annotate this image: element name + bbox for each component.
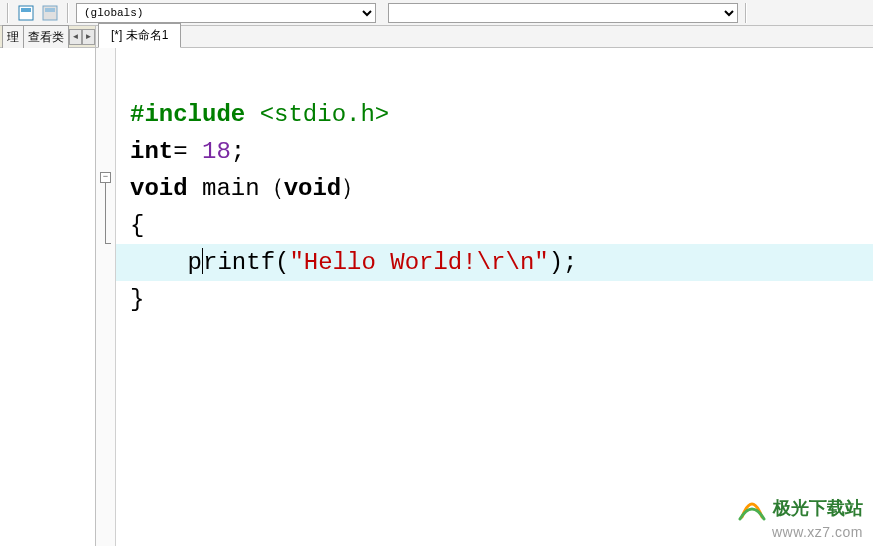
- left-panel-content: [0, 48, 95, 546]
- preproc-keyword: #include: [130, 96, 245, 133]
- fn-call-post: rintf: [203, 244, 275, 281]
- op-equals: =: [173, 133, 187, 170]
- left-tab-project[interactable]: 理: [2, 25, 24, 49]
- lparen: （: [260, 170, 284, 207]
- include-header: <stdio.h>: [260, 96, 390, 133]
- fn-call-pre: p: [188, 244, 202, 281]
- code-line: #include <stdio.h>: [116, 96, 873, 133]
- code-line: void main（void）: [116, 170, 873, 207]
- function-name: main: [202, 170, 260, 207]
- semicolon: ;: [563, 244, 577, 281]
- fold-gutter: −: [96, 48, 116, 546]
- file-tab-untitled[interactable]: [*] 未命名1: [98, 23, 181, 48]
- editor-column: [*] 未命名1 − #include <stdio.h> int= 18; v…: [96, 26, 873, 546]
- nav-back-button[interactable]: [16, 3, 36, 23]
- nav-forward-button[interactable]: [40, 3, 60, 23]
- code-line: int= 18;: [116, 133, 873, 170]
- code-line: {: [116, 207, 873, 244]
- fold-guide-line: [105, 183, 106, 243]
- left-panel-tabs: 理 查看类 ◄ ►: [0, 26, 95, 48]
- number-literal: 18: [202, 133, 231, 170]
- scope-selector[interactable]: (globals): [76, 3, 376, 23]
- brace-open: {: [130, 207, 144, 244]
- code-line: }: [116, 281, 873, 318]
- symbol-selector[interactable]: [388, 3, 738, 23]
- main-row: 理 查看类 ◄ ► [*] 未命名1 − #include <stdio.h> …: [0, 26, 873, 546]
- rparen: ): [549, 244, 563, 281]
- code-line-current: printf("Hello World!\r\n");: [116, 244, 873, 281]
- text-cursor: [202, 248, 203, 274]
- semicolon: ;: [231, 133, 245, 170]
- code-editor[interactable]: − #include <stdio.h> int= 18; void main（…: [96, 48, 873, 546]
- code-content: #include <stdio.h> int= 18; void main（vo…: [116, 48, 873, 546]
- lparen: (: [275, 244, 289, 281]
- toolbar-separator: [7, 3, 9, 23]
- fold-toggle-icon[interactable]: −: [100, 172, 111, 183]
- toolbar-separator: [67, 3, 69, 23]
- fold-guide-end: [105, 243, 111, 244]
- tab-scroll-right-button[interactable]: ►: [82, 29, 95, 45]
- tab-scroll-left-button[interactable]: ◄: [69, 29, 82, 45]
- file-tab-bar: [*] 未命名1: [96, 26, 873, 48]
- keyword-void: void: [284, 170, 342, 207]
- indent: [130, 244, 188, 281]
- toolbar-separator: [745, 3, 747, 23]
- rparen: ）: [341, 170, 365, 207]
- left-tab-class[interactable]: 查看类: [24, 25, 69, 49]
- left-panel: 理 查看类 ◄ ►: [0, 26, 96, 546]
- string-literal: "Hello World!\r\n": [289, 244, 548, 281]
- svg-rect-3: [45, 8, 55, 12]
- keyword-void: void: [130, 170, 188, 207]
- svg-rect-1: [21, 8, 31, 12]
- brace-close: }: [130, 281, 144, 318]
- keyword-int: int: [130, 133, 173, 170]
